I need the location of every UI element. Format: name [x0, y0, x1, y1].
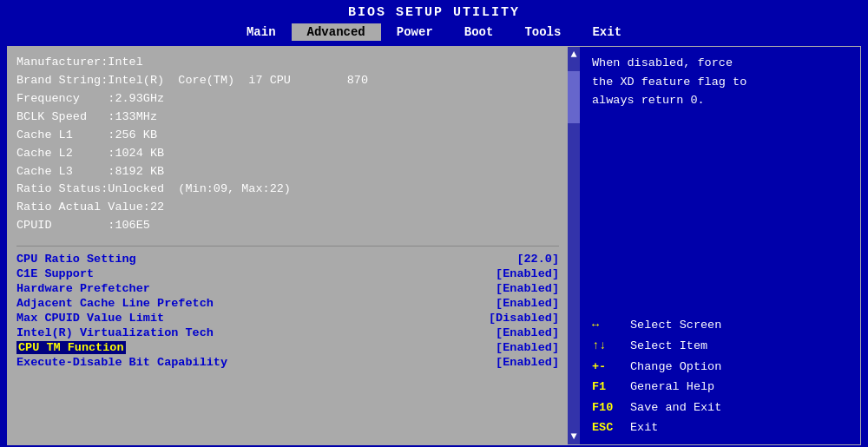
menu-label-c1e: C1E Support — [16, 267, 94, 280]
key-desc-save: Save and Exit — [630, 398, 721, 417]
menu-value-cpuid-limit: [Disabled] — [489, 312, 559, 325]
bios-title: BIOS SETUP UTILITY — [0, 0, 868, 23]
menu-label-adj-cache: Adjacent Cache Line Prefetch — [16, 297, 214, 310]
info-bclk: BCLK Speed :133MHz — [16, 108, 559, 127]
scroll-thumb[interactable] — [568, 71, 580, 123]
menu-label-hw-prefetch: Hardware Prefetcher — [16, 282, 150, 295]
scroll-track[interactable] — [568, 62, 580, 429]
left-panel: Manufacturer:Intel Brand String:Intel(R)… — [8, 47, 568, 444]
menu-label-cpuid-limit: Max CPUID Value Limit — [16, 312, 164, 325]
info-ratio-status: Ratio Status:Unlocked (Min:09, Max:22) — [16, 181, 559, 199]
keybind-section: ↔ Select Screen ↑↓ Select Item +- Change… — [592, 316, 848, 437]
menu-vt[interactable]: Intel(R) Virtualization Tech [Enabled] — [16, 325, 559, 340]
right-panel: When disabled, forcethe XD feature flag … — [580, 47, 860, 444]
menu-c1e[interactable]: C1E Support [Enabled] — [16, 266, 559, 281]
key-desc-option: Change Option — [630, 358, 721, 377]
tab-main[interactable]: Main — [231, 23, 292, 41]
scroll-down-arrow[interactable]: ▼ — [568, 429, 580, 444]
keybind-item: ↑↓ Select Item — [592, 337, 848, 356]
keybind-screen: ↔ Select Screen — [592, 316, 848, 335]
help-text: When disabled, forcethe XD feature flag … — [592, 54, 848, 110]
tab-exit[interactable]: Exit — [576, 23, 637, 41]
key-arrows-lr: ↔ — [592, 316, 623, 335]
menu-items: CPU Ratio Setting [22.0] C1E Support [En… — [16, 252, 559, 370]
info-manufacturer: Manufacturer:Intel — [16, 54, 559, 72]
key-f10: F10 — [592, 398, 623, 417]
keybind-exit: ESC Exit — [592, 418, 848, 437]
info-cpuid: CPUID :106E5 — [16, 217, 559, 235]
key-desc-exit: Exit — [630, 418, 658, 437]
key-desc-item: Select Item — [630, 337, 707, 356]
tab-power[interactable]: Power — [381, 23, 449, 41]
menu-value-c1e: [Enabled] — [496, 267, 559, 280]
menu-value-xd-bit: [Enabled] — [496, 356, 559, 369]
menu-label-cpu-ratio: CPU Ratio Setting — [16, 253, 136, 266]
menu-hw-prefetch[interactable]: Hardware Prefetcher [Enabled] — [16, 281, 559, 296]
tab-boot[interactable]: Boot — [449, 23, 510, 41]
menu-label-xd-bit: Execute-Disable Bit Capability — [16, 356, 227, 369]
info-cache-l2: Cache L2 :1024 KB — [16, 145, 559, 163]
tab-row: Main Advanced Power Boot Tools Exit — [0, 23, 868, 41]
keybind-save: F10 Save and Exit — [592, 398, 848, 417]
key-arrows-ud: ↑↓ — [592, 337, 623, 356]
info-frequency: Frequency :2.93GHz — [16, 90, 559, 108]
key-desc-screen: Select Screen — [630, 316, 721, 335]
key-desc-help: General Help — [630, 378, 714, 397]
menu-cpuid-limit[interactable]: Max CPUID Value Limit [Disabled] — [16, 311, 559, 325]
menu-xd-bit[interactable]: Execute-Disable Bit Capability [Enabled] — [16, 355, 559, 370]
key-f1: F1 — [592, 378, 623, 397]
keybind-option: +- Change Option — [592, 358, 848, 377]
scrollbar[interactable]: ▲ ▼ — [568, 47, 580, 444]
tab-tools[interactable]: Tools — [509, 23, 576, 41]
menu-cpu-ratio[interactable]: CPU Ratio Setting [22.0] — [16, 252, 559, 266]
info-cache-l3: Cache L3 :8192 KB — [16, 163, 559, 181]
menu-value-cpu-ratio: [22.0] — [516, 253, 559, 266]
info-cache-l1: Cache L1 :256 KB — [16, 127, 559, 145]
scroll-up-arrow[interactable]: ▲ — [568, 47, 580, 62]
key-plus-minus: +- — [592, 358, 623, 377]
main-area: Manufacturer:Intel Brand String:Intel(R)… — [7, 46, 861, 445]
menu-value-adj-cache: [Enabled] — [496, 297, 559, 310]
menu-value-cpu-tm: [Enabled] — [496, 341, 559, 354]
menu-value-vt: [Enabled] — [496, 326, 559, 339]
menu-cpu-tm[interactable]: CPU TM Function [Enabled] — [16, 340, 559, 355]
menu-adj-cache[interactable]: Adjacent Cache Line Prefetch [Enabled] — [16, 296, 559, 311]
key-esc: ESC — [592, 418, 623, 437]
separator — [16, 246, 559, 247]
info-brand: Brand String:Intel(R) Core(TM) i7 CPU 87… — [16, 72, 559, 90]
tab-advanced[interactable]: Advanced — [292, 23, 381, 41]
menu-label-vt: Intel(R) Virtualization Tech — [16, 326, 214, 339]
menu-label-cpu-tm: CPU TM Function — [16, 341, 126, 354]
keybind-help: F1 General Help — [592, 378, 848, 397]
info-ratio-actual: Ratio Actual Value:22 — [16, 199, 559, 217]
menu-value-hw-prefetch: [Enabled] — [496, 282, 559, 295]
cpu-info-section: Manufacturer:Intel Brand String:Intel(R)… — [16, 54, 559, 235]
